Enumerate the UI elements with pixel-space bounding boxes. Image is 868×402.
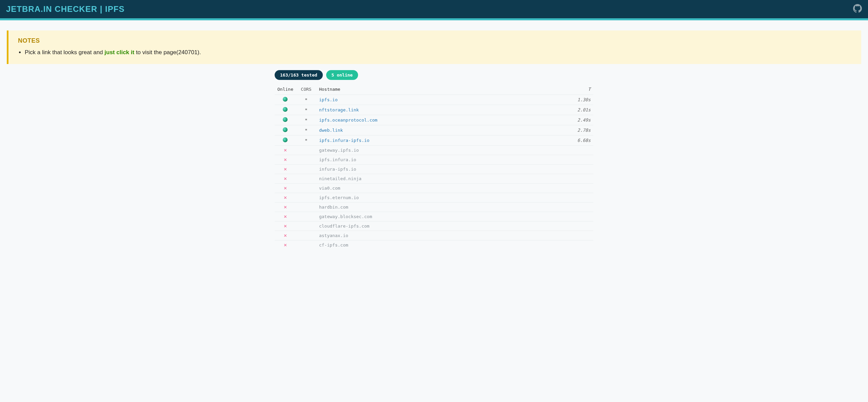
cors-cell	[296, 146, 316, 155]
notes-heading: NOTES	[18, 37, 852, 44]
hostname-text: hardbin.com	[319, 205, 348, 210]
status-cell: ✕	[275, 212, 296, 221]
cors-cell	[296, 155, 316, 165]
github-link[interactable]	[853, 4, 862, 14]
cors-cell: *	[296, 95, 316, 105]
hostname-text: gateway.ipfs.io	[319, 148, 359, 153]
table-row: ✕cloudflare-ipfs.com	[275, 221, 593, 231]
github-icon	[853, 4, 862, 14]
online-badge: 5 online	[326, 70, 358, 80]
hostname-text: cf-ipfs.com	[319, 242, 348, 248]
table-row: ✕cf-ipfs.com	[275, 240, 593, 250]
time-cell	[566, 184, 593, 193]
status-cell: ✕	[275, 174, 296, 184]
table-row: ✕astyanax.io	[275, 231, 593, 240]
cors-cell	[296, 203, 316, 212]
status-cell: ✕	[275, 155, 296, 165]
x-icon: ✕	[284, 175, 287, 182]
results-table-wrap: Online CORS Hostname T *ipfs.io1.30s*nft…	[275, 83, 593, 250]
hostname-cell: cf-ipfs.com	[316, 240, 566, 250]
hostname-link[interactable]: nftstorage.link	[319, 107, 359, 112]
x-icon: ✕	[284, 223, 287, 229]
time-cell	[566, 240, 593, 250]
time-cell	[566, 174, 593, 184]
table-row: *dweb.link2.78s	[275, 125, 593, 135]
hostname-cell: ipfs.infura.io	[316, 155, 566, 165]
hostname-cell: ipfs.infura-ipfs.io	[316, 135, 566, 146]
table-row: ✕ipfs.eternum.io	[275, 193, 593, 203]
table-row: *ipfs.infura-ipfs.io6.68s	[275, 135, 593, 146]
time-cell	[566, 146, 593, 155]
notes-box: NOTES Pick a link that looks great and j…	[7, 30, 861, 64]
status-cell	[275, 135, 296, 146]
hostname-cell: nftstorage.link	[316, 105, 566, 115]
hostname-link[interactable]: ipfs.io	[319, 97, 338, 102]
x-icon: ✕	[284, 232, 287, 238]
status-cell: ✕	[275, 193, 296, 203]
time-cell	[566, 221, 593, 231]
notes-line: Pick a link that looks great and just cl…	[25, 49, 852, 56]
hostname-cell: dweb.link	[316, 125, 566, 135]
table-row: ✕ninetailed.ninja	[275, 174, 593, 184]
tested-badge: 163/163 tested	[275, 70, 323, 80]
time-cell: 2.01s	[566, 105, 593, 115]
cors-cell: *	[296, 135, 316, 146]
status-cell	[275, 115, 296, 125]
time-cell	[566, 212, 593, 221]
time-cell: 6.68s	[566, 135, 593, 146]
status-cell: ✕	[275, 221, 296, 231]
cors-cell: *	[296, 125, 316, 135]
hostname-cell: cloudflare-ipfs.com	[316, 221, 566, 231]
hostname-text: astyanax.io	[319, 233, 348, 238]
time-cell	[566, 165, 593, 174]
x-icon: ✕	[284, 194, 287, 200]
time-cell: 1.30s	[566, 95, 593, 105]
hostname-cell: ipfs.eternum.io	[316, 193, 566, 203]
col-header-cors: CORS	[296, 83, 316, 95]
cors-cell	[296, 174, 316, 184]
status-cell: ✕	[275, 231, 296, 240]
hostname-link[interactable]: dweb.link	[319, 128, 343, 133]
globe-icon	[283, 107, 288, 112]
globe-icon	[283, 97, 288, 102]
hostname-text: ipfs.infura.io	[319, 157, 356, 162]
hostname-link[interactable]: ipfs.oceanprotocol.com	[319, 118, 377, 123]
results-table: Online CORS Hostname T *ipfs.io1.30s*nft…	[275, 83, 593, 250]
time-cell: 2.49s	[566, 115, 593, 125]
globe-icon	[283, 127, 288, 132]
cors-cell: *	[296, 105, 316, 115]
badges-row: 163/163 tested 5 online	[275, 70, 593, 80]
hostname-cell: hardbin.com	[316, 203, 566, 212]
col-header-t: T	[566, 83, 593, 95]
status-cell: ✕	[275, 240, 296, 250]
hostname-cell: ipfs.io	[316, 95, 566, 105]
x-icon: ✕	[284, 204, 287, 210]
hostname-cell: via0.com	[316, 184, 566, 193]
hostname-cell: gateway.ipfs.io	[316, 146, 566, 155]
table-row: *ipfs.oceanprotocol.com2.49s	[275, 115, 593, 125]
table-row: ✕gateway.ipfs.io	[275, 146, 593, 155]
notes-text-emph: just click it	[104, 49, 134, 56]
cors-cell	[296, 193, 316, 203]
hostname-cell: astyanax.io	[316, 231, 566, 240]
status-cell	[275, 105, 296, 115]
hostname-text: via0.com	[319, 186, 340, 191]
notes-text-post: to visit the page(240701).	[134, 49, 201, 56]
x-icon: ✕	[284, 166, 287, 172]
cors-cell	[296, 212, 316, 221]
table-row: *nftstorage.link2.01s	[275, 105, 593, 115]
page-title: JETBRA.IN CHECKER | IPFS	[6, 4, 124, 14]
cors-cell	[296, 231, 316, 240]
x-icon: ✕	[284, 213, 287, 219]
cors-cell	[296, 221, 316, 231]
hostname-link[interactable]: ipfs.infura-ipfs.io	[319, 138, 370, 143]
table-row: ✕hardbin.com	[275, 203, 593, 212]
content-area: NOTES Pick a link that looks great and j…	[0, 20, 868, 263]
col-header-hostname: Hostname	[316, 83, 566, 95]
table-row: ✕infura-ipfs.io	[275, 165, 593, 174]
status-cell: ✕	[275, 203, 296, 212]
time-cell	[566, 155, 593, 165]
page-scroll-container[interactable]: JETBRA.IN CHECKER | IPFS NOTES Pick a li…	[0, 0, 868, 402]
status-cell	[275, 125, 296, 135]
hostname-text: gateway.blocksec.com	[319, 214, 372, 219]
